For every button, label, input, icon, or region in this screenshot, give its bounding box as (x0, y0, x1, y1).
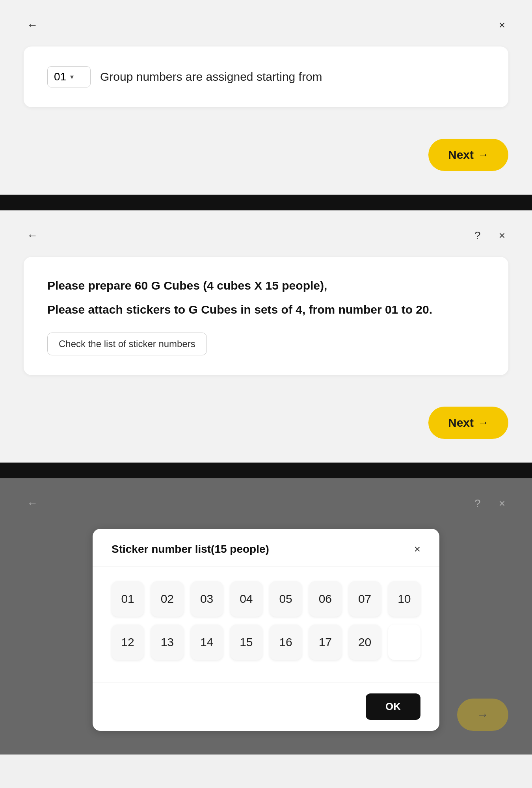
sticker-cell: 12 (112, 624, 144, 660)
sticker-cell: 02 (151, 581, 183, 617)
sticker-cell: 01 (112, 581, 144, 617)
modal-header: Sticker number list(15 people) × (93, 529, 439, 567)
next-label-1: Next (448, 148, 474, 162)
nav-row-1: ← × (24, 16, 508, 35)
modal-close-button[interactable]: × (414, 543, 420, 556)
card-1: 01 ▾ Group numbers are assigned starting… (24, 46, 508, 107)
card-2: Please prepare 60 G Cubes (4 cubes X 15 … (24, 257, 508, 375)
help-button-3[interactable]: ? (471, 494, 484, 513)
close-button-3[interactable]: × (496, 494, 508, 513)
section-1: ← × 01 ▾ Group numbers are assigned star… (0, 0, 532, 195)
card-row-1: 01 ▾ Group numbers are assigned starting… (47, 66, 485, 87)
nav-icons-right-3: ? × (471, 494, 508, 513)
sticker-cell: 17 (309, 624, 341, 660)
section-3: ← ? × Sticker number list(15 people) × 0… (0, 478, 532, 755)
group-number-label: Group numbers are assigned starting from (100, 70, 322, 84)
sticker-cell: 20 (349, 624, 381, 660)
close-button-1[interactable]: × (496, 16, 508, 35)
sticker-cell (388, 624, 420, 660)
partial-next-area: → (457, 683, 508, 731)
nav-row-3: ← ? × (24, 494, 508, 513)
sticker-cell: 03 (191, 581, 223, 617)
modal-body: 0102030405060710 12131415161720 (93, 567, 439, 682)
back-button-1[interactable]: ← (24, 16, 41, 35)
next-button-2[interactable]: Next → (428, 407, 508, 439)
next-arrow-icon-2: → (478, 416, 489, 429)
divider-1 (0, 195, 532, 210)
nav-icons-right-2: ? × (471, 226, 508, 245)
next-arrow-icon-1: → (478, 149, 489, 161)
next-button-3-partial[interactable]: → (457, 699, 508, 731)
modal-title: Sticker number list(15 people) (112, 543, 269, 556)
sticker-number-modal: Sticker number list(15 people) × 0102030… (93, 529, 439, 731)
btn-row-1: Next → (24, 123, 508, 171)
divider-2 (0, 463, 532, 478)
sticker-cell: 05 (270, 581, 302, 617)
close-button-2[interactable]: × (496, 226, 508, 245)
sticker-cell: 04 (230, 581, 262, 617)
back-button-3[interactable]: ← (24, 494, 41, 513)
sticker-cell: 07 (349, 581, 381, 617)
ok-button[interactable]: OK (366, 693, 420, 720)
section-2: ← ? × Please prepare 60 G Cubes (4 cubes… (0, 210, 532, 463)
sticker-cell: 15 (230, 624, 262, 660)
modal-footer: OK (93, 682, 439, 731)
card-2-line1: Please prepare 60 G Cubes (4 cubes X 15 … (47, 277, 485, 294)
nav-row-2: ← ? × (24, 226, 508, 245)
dropdown-arrow-icon: ▾ (70, 72, 74, 81)
sticker-cell: 14 (191, 624, 223, 660)
back-button-2[interactable]: ← (24, 226, 41, 245)
btn-row-2: Next → (24, 391, 508, 439)
sticker-cell: 10 (388, 581, 420, 617)
sticker-cell: 16 (270, 624, 302, 660)
dropdown-value: 01 (54, 71, 66, 83)
card-2-line2: Please attach stickers to G Cubes in set… (47, 301, 485, 318)
sticker-grid-row1: 0102030405060710 (112, 581, 420, 617)
help-button-2[interactable]: ? (471, 226, 484, 245)
group-number-dropdown[interactable]: 01 ▾ (47, 66, 91, 87)
sticker-cell: 13 (151, 624, 183, 660)
sticker-cell: 06 (309, 581, 341, 617)
sticker-grid-row2: 12131415161720 (112, 624, 420, 660)
check-sticker-list-button[interactable]: Check the list of sticker numbers (47, 333, 207, 355)
next-label-2: Next (448, 416, 474, 429)
next-arrow-partial: → (477, 708, 489, 721)
next-button-1[interactable]: Next → (428, 139, 508, 171)
